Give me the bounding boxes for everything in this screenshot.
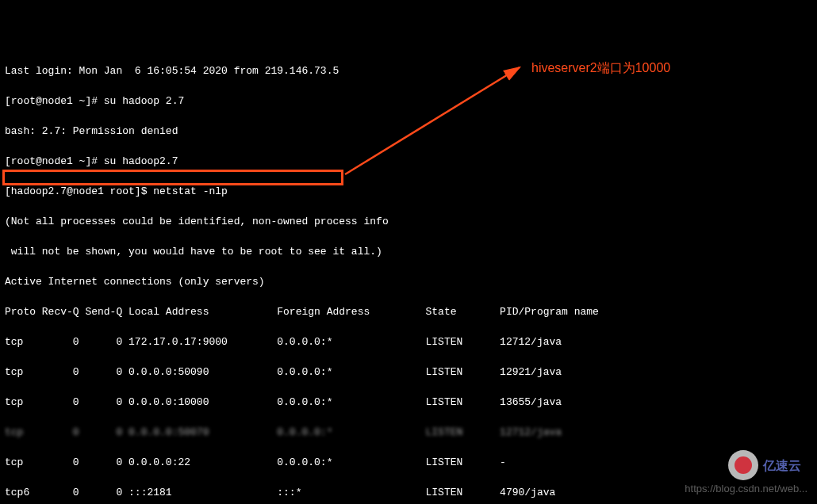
terminal-line: Last login: Mon Jan 6 16:05:54 2020 from… xyxy=(5,63,812,78)
netstat-row: tcp 0 0 0.0.0.0:50070 0.0.0.0:* LISTEN 1… xyxy=(5,425,812,440)
logo-icon xyxy=(728,450,758,480)
netstat-header: Proto Recv-Q Send-Q Local Address Foreig… xyxy=(5,304,812,319)
watermark-logo: 亿速云 xyxy=(728,450,801,480)
watermark-url: https://blog.csdn.net/web... xyxy=(685,481,807,496)
netstat-row: tcp 0 0 172.17.0.17:9000 0.0.0.0:* LISTE… xyxy=(5,334,812,349)
netstat-row-highlighted: tcp 0 0 0.0.0.0:10000 0.0.0.0:* LISTEN 1… xyxy=(5,395,812,410)
terminal-line: [hadoop2.7@node1 root]$ netstat -nlp xyxy=(5,184,812,199)
netstat-row: tcp 0 0 0.0.0.0:22 0.0.0.0:* LISTEN - xyxy=(5,455,812,470)
terminal-line: will not be shown, you would have to be … xyxy=(5,244,812,259)
terminal-line: Active Internet connections (only server… xyxy=(5,274,812,289)
netstat-row: tcp 0 0 0.0.0.0:50090 0.0.0.0:* LISTEN 1… xyxy=(5,365,812,380)
terminal-line: [root@node1 ~]# su hadoop2.7 xyxy=(5,154,812,169)
terminal-line: (Not all processes could be identified, … xyxy=(5,214,812,229)
logo-text: 亿速云 xyxy=(763,458,801,473)
highlight-rectangle xyxy=(2,170,343,185)
annotation-text: hiveserver2端口为10000 xyxy=(531,60,670,75)
terminal-line: [root@node1 ~]# su hadoop 2.7 xyxy=(5,94,812,109)
terminal-line: bash: 2.7: Permission denied xyxy=(5,124,812,139)
